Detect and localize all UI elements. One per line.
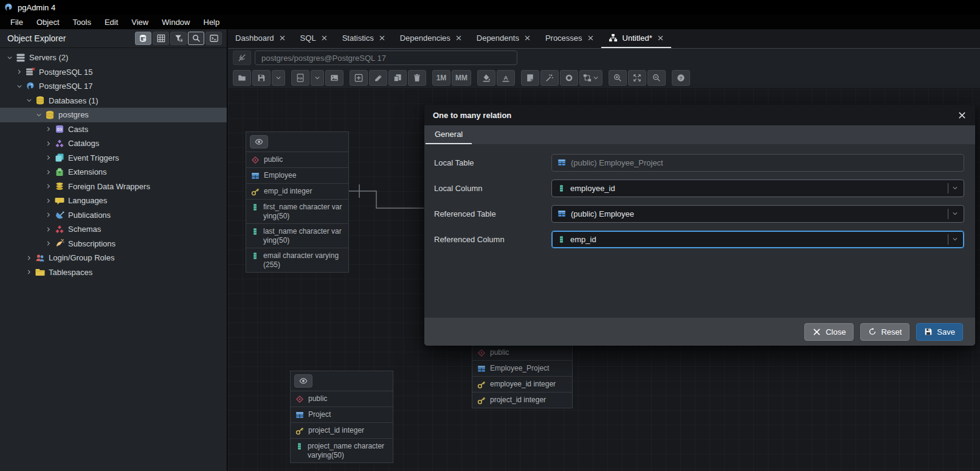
tree-item-postgresql-15[interactable]: PostgreSQL 15	[0, 65, 227, 80]
download-image-button[interactable]	[325, 70, 343, 86]
edit-table-button[interactable]	[369, 70, 387, 86]
psql-tool-button[interactable]	[205, 32, 222, 45]
show-details-button[interactable]	[560, 70, 578, 86]
tab-sql[interactable]: SQL	[293, 29, 335, 48]
tab-dependencies[interactable]: Dependencies	[393, 29, 469, 48]
local-column-select[interactable]: employee_id	[551, 180, 964, 197]
chevron-down-icon[interactable]	[34, 112, 44, 118]
details-toggle-button[interactable]	[294, 374, 312, 388]
tree-item-label: Extensions	[68, 167, 107, 176]
chevron-down-icon[interactable]	[5, 55, 15, 61]
tree-item-servers-2-[interactable]: Servers (2)	[0, 51, 227, 65]
connect-server-button[interactable]	[135, 32, 151, 45]
connection-status-button[interactable]	[233, 51, 251, 65]
zoom-out-button[interactable]	[647, 70, 666, 86]
reset-button[interactable]: Reset	[860, 323, 909, 341]
combo-controls	[948, 183, 958, 194]
tree-item-languages[interactable]: Languages	[0, 194, 227, 208]
chevron-right-icon[interactable]	[44, 155, 53, 161]
tab-close-icon[interactable]	[279, 35, 286, 41]
chevron-right-icon[interactable]	[44, 240, 53, 246]
chevron-right-icon[interactable]	[15, 69, 24, 75]
drop-table-button[interactable]	[408, 70, 426, 86]
menu-help[interactable]: Help	[197, 16, 227, 29]
filter-button[interactable]	[170, 32, 187, 45]
tree-item-catalogs[interactable]: Catalogs	[0, 136, 227, 151]
tree-item-schemas[interactable]: Schemas	[0, 222, 227, 237]
tab-statistics[interactable]: Statistics	[335, 29, 393, 48]
tree-item-publications[interactable]: Publications	[0, 208, 227, 223]
tab-close-icon[interactable]	[379, 35, 385, 41]
view-data-button[interactable]	[153, 32, 169, 45]
zoom-to-fit-button[interactable]	[628, 70, 646, 86]
tab-close-icon[interactable]	[657, 35, 664, 41]
tree-item-tablespaces[interactable]: Tablespaces	[0, 265, 227, 280]
chevron-right-icon[interactable]	[44, 212, 53, 218]
connection-input[interactable]: postgres/postgres@PostgreSQL 17	[255, 51, 517, 65]
cardinality-notation-button[interactable]	[579, 70, 602, 86]
tree-item-postgres[interactable]: postgres	[0, 108, 227, 122]
table-name-row: Employee_Project	[472, 361, 572, 377]
tab-dependents[interactable]: Dependents	[469, 29, 538, 48]
chevron-right-icon[interactable]	[24, 255, 34, 261]
eye-icon	[299, 377, 308, 385]
menu-edit[interactable]: Edit	[98, 16, 125, 29]
close-button[interactable]: Close	[804, 323, 854, 341]
chevron-right-icon[interactable]	[44, 141, 53, 147]
save-button[interactable]: Save	[916, 323, 963, 341]
chevron-right-icon[interactable]	[24, 269, 34, 275]
chevron-down-icon[interactable]	[24, 97, 34, 103]
text-color-button[interactable]: A	[497, 70, 515, 86]
chevron-right-icon[interactable]	[44, 126, 53, 132]
help-button[interactable]: ?	[672, 70, 690, 86]
tree-item-databases-1-[interactable]: Databases (1)	[0, 94, 227, 108]
menu-file[interactable]: File	[4, 16, 30, 29]
search-button[interactable]	[188, 32, 204, 45]
chevron-right-icon[interactable]	[44, 198, 53, 204]
menu-view[interactable]: View	[125, 16, 155, 29]
menu-window[interactable]: Window	[155, 16, 196, 29]
referenced-table-select[interactable]: (public) Employee	[551, 205, 964, 223]
fill-color-button[interactable]	[477, 70, 495, 86]
tree-item-event-triggers[interactable]: Event Triggers	[0, 151, 227, 166]
tree-item-foreign-data-wrappers[interactable]: Foreign Data Wrappers	[0, 180, 227, 194]
zoom-in-button[interactable]	[609, 70, 627, 86]
close-icon[interactable]	[958, 111, 967, 120]
open-project-button[interactable]	[233, 70, 251, 86]
tab-general[interactable]: General	[426, 125, 472, 144]
tab-close-icon[interactable]	[587, 35, 594, 41]
chevron-right-icon[interactable]	[44, 183, 53, 189]
tree-item-casts[interactable]: 69Casts	[0, 122, 227, 137]
erd-table-employee[interactable]: publicEmployeeemp_id integerfirst_name c…	[246, 131, 349, 273]
tree-item-extensions[interactable]: Extensions	[0, 165, 227, 180]
auto-align-button[interactable]	[540, 70, 559, 86]
save-project-button[interactable]	[252, 70, 271, 86]
tab-close-icon[interactable]	[455, 35, 462, 41]
tab-processes[interactable]: Processes	[538, 29, 601, 48]
add-table-button[interactable]	[350, 70, 368, 86]
clone-table-button[interactable]	[388, 70, 407, 86]
chevron-right-icon[interactable]	[44, 169, 53, 175]
details-toggle-button[interactable]	[250, 135, 268, 148]
menu-tools[interactable]: Tools	[66, 16, 98, 29]
dialog-header[interactable]: One to many relation	[424, 105, 975, 125]
generate-sql-button[interactable]: SQL	[291, 70, 309, 86]
tree-item-login-group-roles[interactable]: Login/Group Roles	[0, 251, 227, 265]
many-to-many-button[interactable]: MM	[452, 70, 471, 86]
chevron-down-icon[interactable]	[15, 83, 24, 89]
erd-table-project[interactable]: publicProjectproject_id integerproject_n…	[290, 371, 393, 463]
tab-close-icon[interactable]	[321, 35, 328, 41]
add-note-button[interactable]	[521, 70, 539, 86]
save-dropdown-button[interactable]	[272, 70, 285, 86]
sql-dropdown-button[interactable]	[311, 70, 324, 86]
tab-close-icon[interactable]	[524, 35, 531, 41]
tree-item-subscriptions[interactable]: Subscriptions	[0, 237, 227, 251]
field-label: Local Table	[424, 158, 551, 167]
referenced-column-select[interactable]: emp_id	[551, 231, 964, 248]
tab-dashboard[interactable]: Dashboard	[228, 29, 293, 48]
tree-item-postgresql-17[interactable]: PostgreSQL 17	[0, 79, 227, 94]
tab-untitled[interactable]: Untitled*	[601, 29, 671, 48]
one-to-many-button[interactable]: 1M	[432, 70, 450, 86]
menu-object[interactable]: Object	[30, 16, 66, 29]
chevron-right-icon[interactable]	[44, 226, 53, 232]
